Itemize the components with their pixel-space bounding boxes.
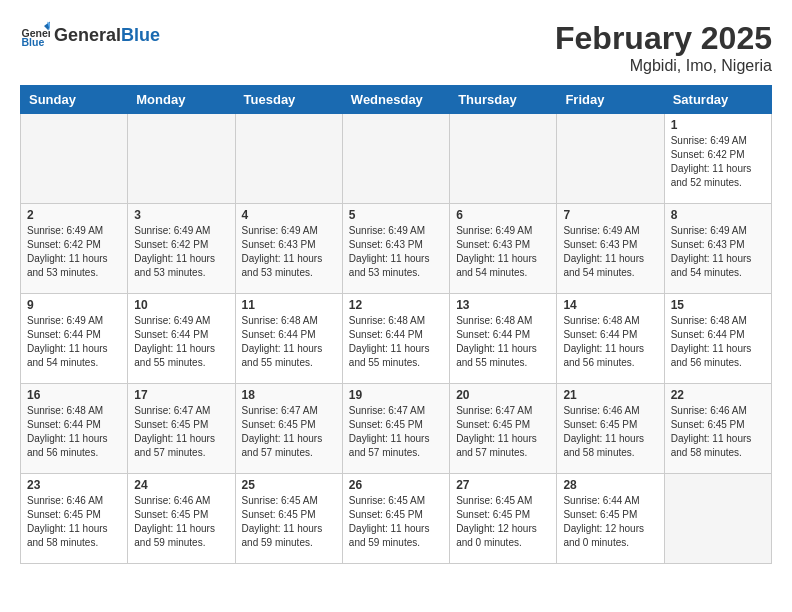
calendar-cell	[342, 114, 449, 204]
calendar-week-5: 23Sunrise: 6:46 AM Sunset: 6:45 PM Dayli…	[21, 474, 772, 564]
calendar-cell: 5Sunrise: 6:49 AM Sunset: 6:43 PM Daylig…	[342, 204, 449, 294]
calendar-cell: 14Sunrise: 6:48 AM Sunset: 6:44 PM Dayli…	[557, 294, 664, 384]
day-number: 8	[671, 208, 765, 222]
day-info: Sunrise: 6:48 AM Sunset: 6:44 PM Dayligh…	[563, 314, 657, 370]
day-info: Sunrise: 6:49 AM Sunset: 6:44 PM Dayligh…	[27, 314, 121, 370]
day-info: Sunrise: 6:48 AM Sunset: 6:44 PM Dayligh…	[349, 314, 443, 370]
day-number: 24	[134, 478, 228, 492]
calendar-cell: 24Sunrise: 6:46 AM Sunset: 6:45 PM Dayli…	[128, 474, 235, 564]
day-number: 9	[27, 298, 121, 312]
calendar-cell: 15Sunrise: 6:48 AM Sunset: 6:44 PM Dayli…	[664, 294, 771, 384]
day-number: 18	[242, 388, 336, 402]
day-info: Sunrise: 6:47 AM Sunset: 6:45 PM Dayligh…	[134, 404, 228, 460]
day-number: 13	[456, 298, 550, 312]
day-number: 12	[349, 298, 443, 312]
day-info: Sunrise: 6:45 AM Sunset: 6:45 PM Dayligh…	[349, 494, 443, 550]
day-info: Sunrise: 6:47 AM Sunset: 6:45 PM Dayligh…	[242, 404, 336, 460]
day-number: 4	[242, 208, 336, 222]
day-info: Sunrise: 6:49 AM Sunset: 6:43 PM Dayligh…	[671, 224, 765, 280]
day-number: 28	[563, 478, 657, 492]
calendar-cell: 8Sunrise: 6:49 AM Sunset: 6:43 PM Daylig…	[664, 204, 771, 294]
day-number: 26	[349, 478, 443, 492]
calendar-cell: 3Sunrise: 6:49 AM Sunset: 6:42 PM Daylig…	[128, 204, 235, 294]
day-info: Sunrise: 6:48 AM Sunset: 6:44 PM Dayligh…	[456, 314, 550, 370]
calendar-cell: 13Sunrise: 6:48 AM Sunset: 6:44 PM Dayli…	[450, 294, 557, 384]
day-info: Sunrise: 6:46 AM Sunset: 6:45 PM Dayligh…	[563, 404, 657, 460]
logo-general: General	[54, 25, 121, 45]
day-info: Sunrise: 6:46 AM Sunset: 6:45 PM Dayligh…	[27, 494, 121, 550]
calendar-cell: 25Sunrise: 6:45 AM Sunset: 6:45 PM Dayli…	[235, 474, 342, 564]
day-info: Sunrise: 6:47 AM Sunset: 6:45 PM Dayligh…	[456, 404, 550, 460]
day-number: 17	[134, 388, 228, 402]
calendar-week-4: 16Sunrise: 6:48 AM Sunset: 6:44 PM Dayli…	[21, 384, 772, 474]
calendar-cell: 4Sunrise: 6:49 AM Sunset: 6:43 PM Daylig…	[235, 204, 342, 294]
weekday-header-monday: Monday	[128, 86, 235, 114]
logo-blue: Blue	[121, 25, 160, 45]
calendar-cell: 11Sunrise: 6:48 AM Sunset: 6:44 PM Dayli…	[235, 294, 342, 384]
weekday-header-wednesday: Wednesday	[342, 86, 449, 114]
calendar-cell	[450, 114, 557, 204]
calendar-cell: 10Sunrise: 6:49 AM Sunset: 6:44 PM Dayli…	[128, 294, 235, 384]
day-info: Sunrise: 6:49 AM Sunset: 6:44 PM Dayligh…	[134, 314, 228, 370]
calendar-cell	[128, 114, 235, 204]
calendar-cell: 16Sunrise: 6:48 AM Sunset: 6:44 PM Dayli…	[21, 384, 128, 474]
weekday-header-sunday: Sunday	[21, 86, 128, 114]
day-number: 16	[27, 388, 121, 402]
calendar-cell: 18Sunrise: 6:47 AM Sunset: 6:45 PM Dayli…	[235, 384, 342, 474]
calendar-cell	[235, 114, 342, 204]
calendar-cell: 2Sunrise: 6:49 AM Sunset: 6:42 PM Daylig…	[21, 204, 128, 294]
calendar-cell: 20Sunrise: 6:47 AM Sunset: 6:45 PM Dayli…	[450, 384, 557, 474]
day-info: Sunrise: 6:45 AM Sunset: 6:45 PM Dayligh…	[456, 494, 550, 550]
day-number: 19	[349, 388, 443, 402]
day-info: Sunrise: 6:48 AM Sunset: 6:44 PM Dayligh…	[671, 314, 765, 370]
calendar-cell: 22Sunrise: 6:46 AM Sunset: 6:45 PM Dayli…	[664, 384, 771, 474]
calendar-week-1: 1Sunrise: 6:49 AM Sunset: 6:42 PM Daylig…	[21, 114, 772, 204]
logo-icon: General Blue	[20, 20, 50, 50]
calendar-cell: 7Sunrise: 6:49 AM Sunset: 6:43 PM Daylig…	[557, 204, 664, 294]
calendar-header-row: SundayMondayTuesdayWednesdayThursdayFrid…	[21, 86, 772, 114]
day-number: 15	[671, 298, 765, 312]
day-info: Sunrise: 6:48 AM Sunset: 6:44 PM Dayligh…	[27, 404, 121, 460]
day-info: Sunrise: 6:46 AM Sunset: 6:45 PM Dayligh…	[134, 494, 228, 550]
location-subtitle: Mgbidi, Imo, Nigeria	[555, 57, 772, 75]
calendar-week-2: 2Sunrise: 6:49 AM Sunset: 6:42 PM Daylig…	[21, 204, 772, 294]
weekday-header-tuesday: Tuesday	[235, 86, 342, 114]
day-number: 21	[563, 388, 657, 402]
day-number: 11	[242, 298, 336, 312]
calendar-table: SundayMondayTuesdayWednesdayThursdayFrid…	[20, 85, 772, 564]
day-number: 7	[563, 208, 657, 222]
day-info: Sunrise: 6:49 AM Sunset: 6:42 PM Dayligh…	[27, 224, 121, 280]
calendar-cell: 19Sunrise: 6:47 AM Sunset: 6:45 PM Dayli…	[342, 384, 449, 474]
calendar-cell: 6Sunrise: 6:49 AM Sunset: 6:43 PM Daylig…	[450, 204, 557, 294]
day-info: Sunrise: 6:45 AM Sunset: 6:45 PM Dayligh…	[242, 494, 336, 550]
svg-text:Blue: Blue	[22, 36, 45, 48]
day-info: Sunrise: 6:49 AM Sunset: 6:43 PM Dayligh…	[563, 224, 657, 280]
weekday-header-thursday: Thursday	[450, 86, 557, 114]
calendar-cell	[557, 114, 664, 204]
day-number: 14	[563, 298, 657, 312]
calendar-cell: 21Sunrise: 6:46 AM Sunset: 6:45 PM Dayli…	[557, 384, 664, 474]
calendar-cell: 28Sunrise: 6:44 AM Sunset: 6:45 PM Dayli…	[557, 474, 664, 564]
calendar-cell: 1Sunrise: 6:49 AM Sunset: 6:42 PM Daylig…	[664, 114, 771, 204]
day-info: Sunrise: 6:46 AM Sunset: 6:45 PM Dayligh…	[671, 404, 765, 460]
calendar-cell: 9Sunrise: 6:49 AM Sunset: 6:44 PM Daylig…	[21, 294, 128, 384]
day-number: 22	[671, 388, 765, 402]
day-number: 25	[242, 478, 336, 492]
day-number: 6	[456, 208, 550, 222]
calendar-cell: 12Sunrise: 6:48 AM Sunset: 6:44 PM Dayli…	[342, 294, 449, 384]
day-number: 3	[134, 208, 228, 222]
day-number: 10	[134, 298, 228, 312]
day-info: Sunrise: 6:49 AM Sunset: 6:43 PM Dayligh…	[242, 224, 336, 280]
day-number: 5	[349, 208, 443, 222]
calendar-cell: 17Sunrise: 6:47 AM Sunset: 6:45 PM Dayli…	[128, 384, 235, 474]
day-info: Sunrise: 6:49 AM Sunset: 6:42 PM Dayligh…	[671, 134, 765, 190]
calendar-cell: 27Sunrise: 6:45 AM Sunset: 6:45 PM Dayli…	[450, 474, 557, 564]
calendar-cell: 23Sunrise: 6:46 AM Sunset: 6:45 PM Dayli…	[21, 474, 128, 564]
month-year-title: February 2025	[555, 20, 772, 57]
page-header: General Blue GeneralBlue February 2025 M…	[20, 20, 772, 75]
weekday-header-saturday: Saturday	[664, 86, 771, 114]
logo-text-block: GeneralBlue	[54, 25, 160, 46]
day-number: 2	[27, 208, 121, 222]
day-info: Sunrise: 6:49 AM Sunset: 6:43 PM Dayligh…	[456, 224, 550, 280]
day-info: Sunrise: 6:47 AM Sunset: 6:45 PM Dayligh…	[349, 404, 443, 460]
